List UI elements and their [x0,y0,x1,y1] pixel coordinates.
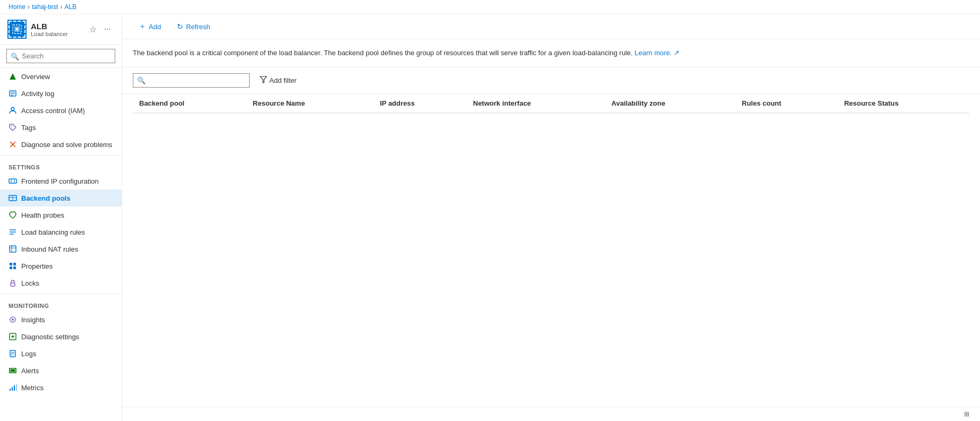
add-button[interactable]: ＋ Add [133,19,167,35]
sidebar-item-lb-rules[interactable]: Load balancing rules [0,224,122,240]
svg-rect-42 [14,385,15,391]
filter-input[interactable] [133,73,250,88]
filter-bar: 🔍 Add filter [122,67,980,94]
sidebar-item-activity-log-label: Activity log [21,90,54,98]
sidebar-item-insights-label: Insights [21,316,45,324]
sidebar-item-tags[interactable]: Tags [0,119,122,136]
sidebar-item-tags-label: Tags [21,124,36,132]
nav-general: Overview Activity log Access control (IA… [0,68,122,153]
frontend-ip-icon [8,177,17,185]
health-probes-icon [8,211,17,219]
svg-rect-40 [10,389,11,391]
filter-funnel-icon [260,76,267,85]
nav-monitoring: Insights Diagnostic settings Logs Alerts [0,311,122,396]
svg-point-8 [11,107,14,110]
sidebar: ALB Load balancer ☆ ··· 🔍 Overview [0,14,122,421]
col-ip-address: IP address [373,94,466,113]
learn-more-link[interactable]: Learn more. ↗ [635,49,680,57]
sidebar-item-alerts[interactable]: Alerts [0,362,122,379]
content-area: ＋ Add ↻ Refresh The backend pool is a cr… [122,14,980,421]
svg-rect-25 [13,263,16,265]
svg-marker-44 [260,76,267,83]
sidebar-search-input[interactable] [6,49,115,63]
sidebar-item-insights[interactable]: Insights [0,311,122,328]
sidebar-item-inbound-nat[interactable]: Inbound NAT rules [0,240,122,257]
resource-name: ALB [31,22,68,31]
page-indicator: ⊞ [964,410,969,418]
sidebar-item-health-probes-label: Health probes [21,211,64,219]
diagnostic-settings-icon [8,332,17,341]
svg-rect-24 [10,263,12,265]
col-resource-name: Resource Name [246,94,373,113]
sidebar-item-properties[interactable]: Properties [0,257,122,274]
toolbar: ＋ Add ↻ Refresh [122,14,980,39]
sidebar-item-diagnostic-settings[interactable]: Diagnostic settings [0,328,122,345]
svg-rect-21 [10,246,16,252]
monitoring-section-label: Monitoring [0,296,122,311]
sidebar-item-access-control-label: Access control (IAM) [21,107,85,115]
sidebar-item-alerts-label: Alerts [21,367,39,375]
add-filter-button[interactable]: Add filter [254,73,302,88]
nav-settings: Frontend IP configuration Backend pools … [0,173,122,291]
sidebar-item-backend-pools[interactable]: Backend pools [0,190,122,207]
logs-icon [8,349,17,358]
properties-icon [8,262,17,270]
svg-point-9 [11,126,12,127]
refresh-button[interactable]: ↻ Refresh [171,19,216,34]
sidebar-item-lb-rules-label: Load balancing rules [21,228,85,236]
sidebar-search-container: 🔍 [0,45,122,68]
svg-rect-43 [16,384,17,391]
sidebar-item-access-control[interactable]: Access control (IAM) [0,102,122,119]
sidebar-item-diagnostic-settings-label: Diagnostic settings [21,333,79,341]
sidebar-item-frontend-ip-label: Frontend IP configuration [21,177,99,185]
sidebar-item-logs[interactable]: Logs [0,345,122,362]
table-area: Backend pool Resource Name IP address Ne… [122,94,980,407]
metrics-icon [8,383,17,392]
col-network-interface: Network interface [467,94,606,113]
lb-rules-icon [8,228,17,236]
breadcrumb-home[interactable]: Home [8,3,25,11]
sidebar-search-icon: 🔍 [11,52,19,60]
insights-icon [8,315,17,324]
monitoring-divider [0,294,122,294]
activity-log-icon [8,89,17,98]
add-icon: ＋ [139,22,146,31]
description-area: The backend pool is a critical component… [122,39,980,67]
inbound-nat-icon [8,245,17,253]
col-availability-zone: Availability zone [605,94,735,113]
col-resource-status: Resource Status [838,94,969,113]
locks-icon [8,279,17,287]
sidebar-item-diagnose[interactable]: Diagnose and solve problems [0,136,122,153]
sidebar-item-overview[interactable]: Overview [0,68,122,85]
col-backend-pool: Backend pool [133,94,246,113]
access-control-icon [8,106,17,115]
sidebar-item-metrics[interactable]: Metrics [0,379,122,396]
sidebar-item-diagnose-label: Diagnose and solve problems [21,141,112,149]
sidebar-item-health-probes[interactable]: Health probes [0,207,122,224]
svg-rect-2 [16,28,18,30]
svg-point-30 [12,319,14,321]
bottom-bar: ⊞ [122,407,980,421]
sidebar-item-properties-label: Properties [21,262,53,270]
resource-subtitle: Load balancer [31,31,68,37]
settings-divider [0,155,122,156]
sidebar-item-frontend-ip[interactable]: Frontend IP configuration [0,173,122,190]
refresh-icon: ↻ [177,22,183,31]
backend-pools-table: Backend pool Resource Name IP address Ne… [133,94,969,114]
backend-pools-icon [8,194,17,202]
breadcrumb-tahaj-test[interactable]: tahaj-test [32,3,58,11]
breadcrumb: Home › tahaj-test › ALB [0,0,980,14]
svg-rect-27 [13,267,16,269]
diagnose-icon [8,140,17,149]
svg-rect-26 [10,267,12,269]
sidebar-item-metrics-label: Metrics [21,384,44,392]
breadcrumb-alb[interactable]: ALB [64,3,76,11]
more-options-button[interactable]: ··· [102,23,113,35]
alerts-icon [8,366,17,375]
col-rules-count: Rules count [736,94,838,113]
favorite-button[interactable]: ☆ [87,23,99,36]
sidebar-item-locks[interactable]: Locks [0,274,122,291]
sidebar-item-activity-log[interactable]: Activity log [0,85,122,102]
overview-icon [8,72,17,81]
table-header-row: Backend pool Resource Name IP address Ne… [133,94,969,113]
